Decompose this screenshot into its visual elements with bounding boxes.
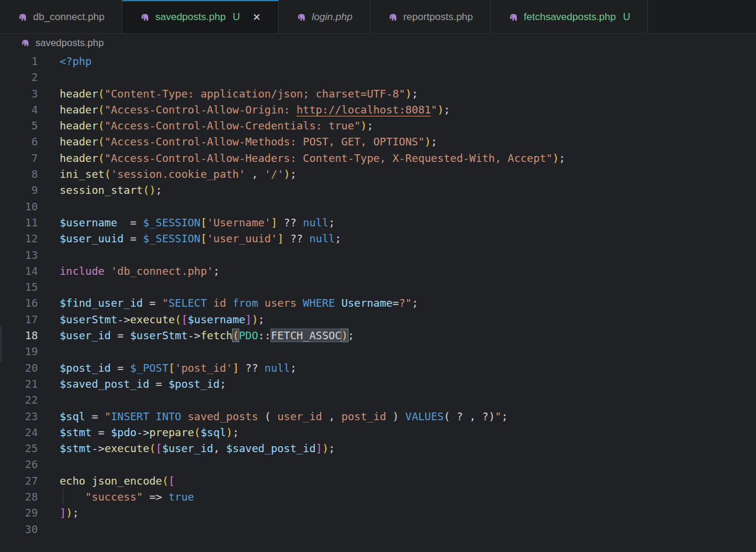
code-line-13[interactable]: 13	[0, 247, 756, 263]
code-line-16[interactable]: 16$find_user_id = "SELECT id from users …	[0, 295, 756, 311]
code-line-29[interactable]: 29]);	[0, 505, 756, 521]
line-number: 14	[0, 263, 38, 279]
tab-bar: db_connect.phpsavedposts.phpU✕login.phpr…	[0, 0, 756, 34]
code-editor[interactable]: 1<?php23header("Content-Type: applicatio…	[0, 52, 756, 537]
code-token: $user_uuid	[60, 232, 123, 245]
line-number: 3	[0, 86, 38, 102]
php-elephant-icon	[508, 12, 519, 22]
code-content	[38, 69, 60, 85]
code-token: users	[258, 297, 303, 309]
line-number: 24	[0, 424, 38, 440]
code-line-11[interactable]: 11$username = $_SESSION['Username'] ?? n…	[0, 215, 756, 230]
code-token: =	[143, 297, 162, 309]
code-line-7[interactable]: 7header("Access-Control-Allow-Headers: C…	[0, 150, 756, 166]
tab-fetchsavedposts.php[interactable]: fetchsavedposts.phpU	[491, 0, 648, 33]
code-line-5[interactable]: 5header("Access-Control-Allow-Credential…	[0, 118, 756, 134]
line-number: 2	[0, 69, 38, 85]
code-line-22[interactable]: 22	[0, 392, 756, 408]
code-content	[38, 199, 60, 215]
code-token: =	[92, 426, 111, 439]
line-number: 8	[0, 166, 38, 182]
code-token: ]	[233, 362, 239, 374]
code-token: )	[322, 442, 328, 454]
code-token: =	[149, 378, 169, 390]
code-token: [	[181, 313, 188, 326]
code-token: null	[303, 216, 328, 229]
code-line-25[interactable]: 25$stmt->execute([$user_id, $saved_post_…	[0, 440, 756, 456]
code-line-17[interactable]: 17$userStmt->execute([$username]);	[0, 311, 756, 327]
code-token: ,	[245, 168, 265, 180]
code-token: ;	[73, 506, 79, 519]
code-line-2[interactable]: 2	[0, 69, 756, 85]
code-line-23[interactable]: 23$sql = "INSERT INTO saved_posts ( user…	[0, 408, 756, 424]
code-line-4[interactable]: 4header("Access-Control-Allow-Origin: ht…	[0, 102, 756, 118]
code-line-26[interactable]: 26	[0, 456, 756, 472]
code-token: ]	[316, 442, 322, 454]
code-token: =	[118, 216, 143, 229]
tab-savedposts.php[interactable]: savedposts.phpU✕	[122, 0, 279, 33]
line-number: 30	[0, 521, 38, 537]
code-token: ;	[559, 152, 565, 164]
code-line-8[interactable]: 8ini_set('session.cookie_path' , '/');	[0, 166, 756, 182]
line-number: 23	[0, 408, 38, 424]
tab-reportposts.php[interactable]: reportposts.php	[370, 0, 491, 33]
code-line-21[interactable]: 21$saved_post_id = $post_id;	[0, 376, 756, 392]
code-line-14[interactable]: 14include 'db_connect.php';	[0, 263, 756, 279]
code-token: )	[341, 329, 348, 342]
code-token: include	[60, 265, 105, 277]
code-token: from	[233, 297, 258, 309]
code-line-18[interactable]: 18$user_id = $userStmt->fetch(PDO::FETCH…	[0, 327, 756, 343]
code-line-20[interactable]: 20$post_id = $_POST['post_id'] ?? null;	[0, 360, 756, 376]
code-token: header	[60, 135, 98, 148]
code-token: $saved_post_id	[226, 442, 316, 454]
line-number: 6	[0, 134, 38, 150]
code-line-28[interactable]: 28 "success" => true	[0, 489, 756, 505]
tab-login.php[interactable]: login.php	[279, 0, 370, 33]
code-token: [	[200, 216, 207, 229]
code-token: header	[60, 87, 98, 100]
code-token: $post_id	[60, 362, 111, 374]
tab-db_connect.php[interactable]: db_connect.php	[0, 0, 122, 33]
close-icon[interactable]: ✕	[252, 12, 260, 22]
code-content: $post_id = $_POST['post_id'] ?? null;	[38, 360, 296, 376]
code-line-24[interactable]: 24$stmt = $pdo->prepare($sql);	[0, 424, 756, 440]
code-token: $stmt	[60, 442, 92, 454]
code-content: echo json_encode([	[38, 473, 175, 489]
line-number: 9	[0, 182, 38, 198]
breadcrumb[interactable]: savedposts.php	[0, 34, 756, 52]
line-number: 19	[0, 343, 38, 359]
code-line-9[interactable]: 9session_start();	[0, 182, 756, 198]
code-content	[38, 279, 60, 295]
code-token: $sql	[60, 410, 85, 423]
code-token: $_SESSION	[143, 216, 201, 229]
code-token: fetch	[200, 329, 232, 342]
code-line-6[interactable]: 6header("Access-Control-Allow-Methods: P…	[0, 134, 756, 150]
code-token: ->	[136, 426, 149, 439]
php-file-icon	[139, 12, 150, 22]
code-token: echo	[60, 475, 85, 487]
code-line-30[interactable]: 30	[0, 521, 756, 537]
code-line-1[interactable]: 1<?php	[0, 53, 756, 69]
code-content: header("Access-Control-Allow-Methods: PO…	[38, 134, 437, 150]
code-line-3[interactable]: 3header("Content-Type: application/json;…	[0, 86, 756, 102]
line-number: 13	[0, 247, 38, 263]
code-line-19[interactable]: 19	[0, 343, 756, 359]
line-number: 5	[0, 118, 38, 134]
code-line-15[interactable]: 15	[0, 279, 756, 295]
code-token: =	[111, 329, 131, 342]
code-token: ->	[188, 329, 201, 342]
tab-label: fetchsavedposts.php	[524, 11, 616, 23]
line-number: 18	[0, 327, 38, 343]
tab-label: db_connect.php	[33, 11, 105, 23]
code-token: ;	[233, 426, 239, 439]
code-token: (	[194, 426, 201, 439]
code-token: ]	[271, 216, 278, 229]
code-token: $_SESSION	[143, 232, 201, 245]
code-line-12[interactable]: 12$user_uuid = $_SESSION['user_uuid'] ??…	[0, 230, 756, 246]
code-token: $userStmt	[130, 329, 188, 342]
code-line-27[interactable]: 27echo json_encode([	[0, 473, 756, 489]
code-token: ::	[258, 329, 271, 342]
code-token: $user_id	[162, 442, 213, 454]
line-number: 1	[0, 53, 38, 69]
code-line-10[interactable]: 10	[0, 199, 756, 215]
